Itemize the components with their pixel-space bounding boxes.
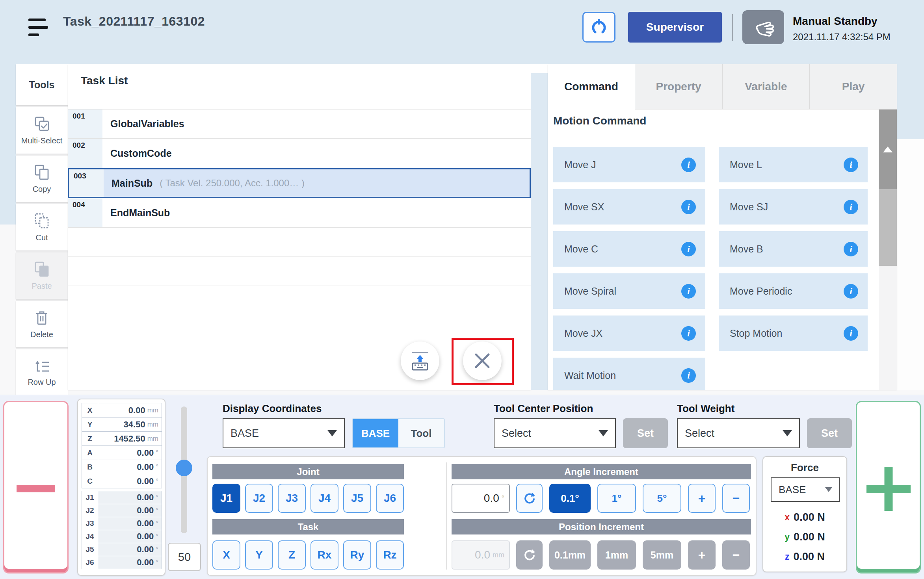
angle-inc-5[interactable]: 5° xyxy=(643,484,681,513)
angle-inc-0-1[interactable]: 0.1° xyxy=(549,484,591,513)
position-inc-0-1[interactable]: 0.1mm xyxy=(549,540,591,570)
command-move-periodic[interactable]: Move Periodic xyxy=(719,273,868,309)
task-name: MainSub xyxy=(112,178,152,189)
command-move-sj[interactable]: Move SJ xyxy=(719,189,868,225)
info-icon[interactable] xyxy=(844,158,858,172)
speed-value-box[interactable]: 50 xyxy=(168,543,201,571)
jog-minus-button[interactable] xyxy=(3,401,69,573)
jog-axis-j5[interactable]: J5 xyxy=(343,484,371,513)
info-icon[interactable] xyxy=(681,242,696,256)
close-jog-button[interactable] xyxy=(463,341,502,380)
jog-axis-y[interactable]: Y xyxy=(245,540,273,570)
task-row-003-selected[interactable]: 003 MainSub ( Task Vel. 250.000, Acc. 1.… xyxy=(68,168,531,198)
jog-plus-button[interactable] xyxy=(856,401,921,573)
tool-paste[interactable]: Paste xyxy=(16,252,68,299)
supervisor-label: Supervisor xyxy=(646,21,704,33)
row-number: 001 xyxy=(68,109,102,138)
gripper-tool-button[interactable] xyxy=(582,12,615,43)
command-move-sx[interactable]: Move SX xyxy=(553,189,705,225)
chevron-down-icon xyxy=(599,430,608,436)
position-inc-5[interactable]: 5mm xyxy=(643,540,681,570)
tab-command[interactable]: Command xyxy=(548,64,635,109)
tool-multi-select[interactable]: Multi-Select xyxy=(16,107,68,154)
tcp-set-button[interactable]: Set xyxy=(623,418,668,448)
tool-copy[interactable]: Copy xyxy=(16,156,68,202)
jog-axis-j3[interactable]: J3 xyxy=(278,484,306,513)
jog-axis-j2[interactable]: J2 xyxy=(245,484,273,513)
position-inc-minus[interactable]: − xyxy=(722,540,750,570)
jog-axis-j4[interactable]: J4 xyxy=(310,484,338,513)
task-row-004[interactable]: 004 EndMainSub xyxy=(68,198,531,228)
display-coordinates-select[interactable]: BASE xyxy=(223,418,345,448)
tool-row-up[interactable]: Row Up xyxy=(16,349,68,396)
tab-property[interactable]: Property xyxy=(635,64,722,109)
command-move-jx[interactable]: Move JX xyxy=(553,315,705,351)
jog-axis-j6[interactable]: J6 xyxy=(376,484,404,513)
scroll-up-icon xyxy=(883,147,892,152)
command-move-spiral[interactable]: Move Spiral xyxy=(553,273,705,309)
pose-readout-panel: X 0.00mm Y 34.50mm Z 1452.50mm A 0.00° B… xyxy=(77,399,165,576)
command-move-c[interactable]: Move C xyxy=(553,231,705,267)
tools-header: Tools xyxy=(16,64,68,105)
minus-icon xyxy=(17,485,55,492)
command-scrollbar[interactable] xyxy=(879,109,897,390)
tab-variable[interactable]: Variable xyxy=(722,64,810,109)
base-tool-toggle[interactable]: BASE Tool xyxy=(352,418,445,448)
force-frame-select[interactable]: BASE xyxy=(771,477,840,502)
force-title: Force xyxy=(763,462,846,474)
angle-increment-input[interactable]: 0.0 ° xyxy=(452,484,510,513)
scrollbar-thumb[interactable] xyxy=(879,189,897,266)
command-move-b[interactable]: Move B xyxy=(719,231,868,267)
scroll-up-button[interactable] xyxy=(879,109,897,189)
tool-weight-set-button[interactable]: Set xyxy=(807,418,852,448)
info-icon[interactable] xyxy=(681,326,696,341)
jog-axis-ry[interactable]: Ry xyxy=(343,540,371,570)
tool-label: Paste xyxy=(32,282,52,291)
tool-delete[interactable]: Delete xyxy=(16,301,68,347)
info-icon[interactable] xyxy=(844,326,858,341)
command-move-l[interactable]: Move L xyxy=(719,147,868,182)
menu-hamburger-button[interactable] xyxy=(28,19,50,38)
angle-reset-button[interactable] xyxy=(516,484,543,513)
position-inc-1[interactable]: 1mm xyxy=(597,540,636,570)
tool-cut[interactable]: Cut xyxy=(16,204,68,251)
position-inc-plus[interactable]: + xyxy=(688,540,716,570)
manual-mode-button[interactable] xyxy=(742,10,784,44)
info-icon[interactable] xyxy=(681,284,696,299)
info-icon[interactable] xyxy=(681,158,696,172)
toggle-tool[interactable]: Tool xyxy=(398,419,444,447)
info-icon[interactable] xyxy=(844,200,858,214)
info-icon[interactable] xyxy=(844,284,858,299)
toggle-base[interactable]: BASE xyxy=(353,419,398,447)
tab-play[interactable]: Play xyxy=(809,64,897,109)
jog-axis-z[interactable]: Z xyxy=(278,540,306,570)
jog-axis-rx[interactable]: Rx xyxy=(310,540,338,570)
reset-icon xyxy=(523,548,536,562)
position-reset-button[interactable] xyxy=(516,540,543,570)
command-stop-motion[interactable]: Stop Motion xyxy=(719,315,868,351)
info-icon[interactable] xyxy=(681,200,696,214)
supervisor-button[interactable]: Supervisor xyxy=(628,12,722,43)
virtual-keyboard-button[interactable] xyxy=(401,341,439,380)
force-x-row: x 0.00 N xyxy=(763,511,846,523)
jog-axis-rz[interactable]: Rz xyxy=(376,540,404,570)
angle-inc-plus[interactable]: + xyxy=(688,484,716,513)
jog-axis-x[interactable]: X xyxy=(212,540,240,570)
task-list-scrollbar[interactable] xyxy=(531,64,548,390)
angle-inc-minus[interactable]: − xyxy=(722,484,750,513)
jog-axis-j1[interactable]: J1 xyxy=(212,484,240,513)
tool-weight-select[interactable]: Select xyxy=(677,418,800,448)
task-row-001[interactable]: 001 GlobalVariables xyxy=(68,109,531,139)
task-row-002[interactable]: 002 CustomCode xyxy=(68,139,531,168)
command-move-j[interactable]: Move J xyxy=(553,147,705,182)
angle-inc-1[interactable]: 1° xyxy=(597,484,636,513)
command-wait-motion[interactable]: Wait Motion xyxy=(553,358,705,390)
task-name: CustomCode xyxy=(110,148,172,159)
trash-icon xyxy=(33,310,50,327)
motion-command-heading: Motion Command xyxy=(553,115,646,127)
info-icon[interactable] xyxy=(844,242,858,256)
info-icon[interactable] xyxy=(681,368,696,383)
tcp-select[interactable]: Select xyxy=(494,418,616,448)
speed-slider-thumb[interactable] xyxy=(176,460,192,476)
position-increment-input[interactable]: 0.0 mm xyxy=(452,540,510,570)
